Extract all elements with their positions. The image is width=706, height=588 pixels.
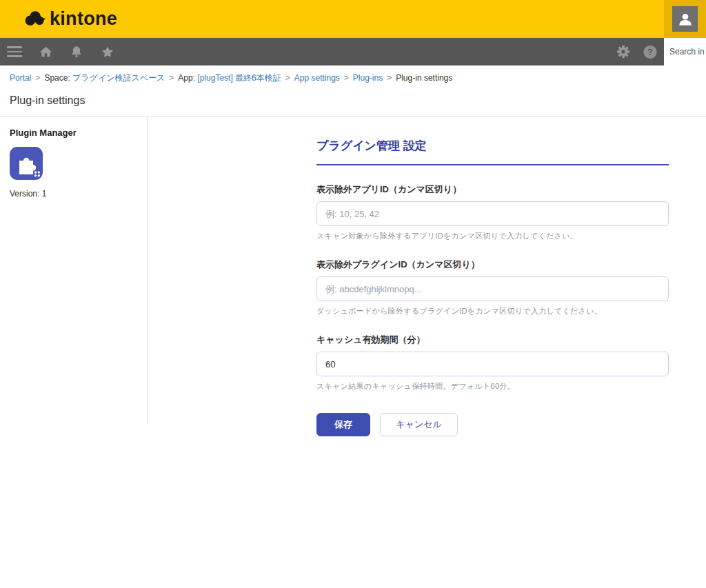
user-avatar-icon [672, 6, 698, 32]
menu-icon[interactable] [7, 46, 22, 57]
breadcrumb-separator: > [169, 73, 174, 83]
kintone-logo[interactable]: kintone [23, 8, 117, 30]
nav-left-icons [7, 44, 115, 59]
plugin-puzzle-icon [10, 147, 43, 180]
field-label: 表示除外アプリID（カンマ区切り） [316, 183, 669, 196]
content-area: Plugin Manager Version: 1 プラグイン管理 設定 表示除… [0, 117, 706, 436]
nav-bar: ? Search in [0, 38, 706, 65]
excluded-plugin-ids-input[interactable] [316, 276, 669, 301]
breadcrumb-current: Plug-in settings [396, 73, 452, 83]
excluded-app-ids-input[interactable] [316, 201, 669, 226]
kintone-cloud-icon [23, 9, 48, 30]
field-excluded-app-ids: 表示除外アプリID（カンマ区切り） スキャン対象から除外するアプリIDをカンマ区… [316, 183, 669, 241]
home-icon[interactable] [38, 44, 53, 59]
breadcrumb-app-link[interactable]: [plugTest] 最終6本検証 [197, 73, 281, 83]
breadcrumb-separator: > [35, 73, 40, 83]
form-title-rule [316, 164, 669, 165]
notifications-bell-icon[interactable] [69, 44, 84, 59]
breadcrumb-separator: > [285, 73, 290, 83]
settings-form: プラグイン管理 設定 表示除外アプリID（カンマ区切り） スキャン対象から除外す… [316, 138, 669, 436]
breadcrumb-portal[interactable]: Portal [10, 73, 31, 83]
field-cache-duration: キャッシュ有効期間（分） スキャン結果のキャッシュ保持時間。デフォルト60分。 [316, 334, 669, 392]
breadcrumb-space-link[interactable]: プラグイン検証スペース [72, 73, 165, 83]
breadcrumb-app-prefix: App: [178, 73, 197, 83]
field-help: スキャン結果のキャッシュ保持時間。デフォルト60分。 [316, 381, 669, 392]
field-label: 表示除外プラグインID（カンマ区切り） [316, 258, 669, 271]
field-excluded-plugin-ids: 表示除外プラグインID（カンマ区切り） ダッシュボードから除外するプラグインID… [316, 258, 669, 316]
page-title: Plug-in settings [10, 94, 696, 107]
plugin-name: Plugin Manager [10, 128, 147, 138]
field-label: キャッシュ有効期間（分） [316, 334, 669, 346]
plugin-version: Version: 1 [10, 189, 147, 199]
form-title: プラグイン管理 設定 [316, 138, 669, 154]
breadcrumb-app-settings[interactable]: App settings [294, 73, 340, 83]
search-input[interactable]: Search in [664, 38, 706, 65]
cancel-button[interactable]: キャンセル [380, 413, 458, 436]
cache-duration-input[interactable] [316, 352, 669, 376]
nav-right-icons: ? [616, 44, 658, 59]
breadcrumb: Portal>Space: プラグイン検証スペース>App: [plugTest… [0, 65, 706, 84]
field-help: ダッシュボードから除外するプラグインIDをカンマ区切りで入力してください。 [316, 306, 669, 316]
settings-main: プラグイン管理 設定 表示除外アプリID（カンマ区切り） スキャン対象から除外す… [148, 117, 669, 436]
field-help: スキャン対象から除外するアプリIDをカンマ区切りで入力してください。 [316, 231, 669, 241]
breadcrumb-separator: > [344, 73, 349, 83]
save-button[interactable]: 保存 [316, 413, 370, 436]
top-bar: kintone [0, 0, 706, 38]
plugin-sidebar: Plugin Manager Version: 1 [0, 117, 148, 424]
settings-gear-icon[interactable] [616, 44, 631, 59]
form-actions: 保存 キャンセル [316, 413, 669, 436]
breadcrumb-plugins[interactable]: Plug-ins [353, 73, 383, 83]
favorites-star-icon[interactable] [100, 44, 115, 59]
breadcrumb-space-prefix: Space: [44, 73, 72, 83]
help-icon[interactable]: ? [643, 44, 658, 59]
help-glyph: ? [647, 47, 653, 57]
breadcrumb-separator: > [387, 73, 392, 83]
brand-name: kintone [50, 8, 117, 30]
user-menu[interactable] [664, 0, 706, 38]
